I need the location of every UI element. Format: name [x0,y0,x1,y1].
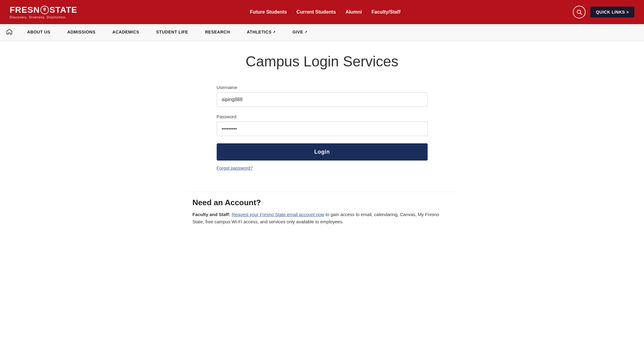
search-icon [576,9,582,15]
external-link-icon: ↗ [273,30,276,34]
logo-text-part2: STATE [49,5,77,15]
secondary-nav-athletics[interactable]: ATHLETICS ↗ [238,24,284,41]
login-button[interactable]: Login [217,143,428,161]
login-form: Username Password Login Forgot password? [217,85,428,171]
nav-current-students[interactable]: Current Students [297,9,336,15]
secondary-nav-student-life[interactable]: STUDENT LIFE [148,24,196,41]
request-email-link[interactable]: Request your Fresno State email account … [232,212,325,217]
logo-tagline: Discovery. Diversity. Distinction. [10,15,67,19]
main-content: Campus Login Services Username Password … [187,41,458,183]
page-title: Campus Login Services [193,53,452,70]
quick-links-button[interactable]: QUICK LINKS > [590,7,634,18]
nav-alumni[interactable]: Alumni [346,9,362,15]
username-label: Username [217,85,428,90]
secondary-nav-admissions[interactable]: ADMISSIONS [59,24,104,41]
password-group: Password [217,114,428,136]
secondary-nav-about-us[interactable]: ABOUT US [19,24,59,41]
top-navigation: Future Students Current Students Alumni … [250,9,401,15]
external-link-icon: ↗ [304,30,307,34]
logo-leaf-icon [40,6,49,14]
search-button[interactable] [573,6,586,18]
header-right: QUICK LINKS > [573,6,634,18]
secondary-nav-research[interactable]: RESEARCH [196,24,238,41]
password-label: Password [217,114,428,119]
forgot-password-link[interactable]: Forgot password? [217,165,428,171]
need-account-heading: Need an Account? [193,198,452,207]
secondary-nav-items: ABOUT US ADMISSIONS ACADEMICS STUDENT LI… [19,24,316,41]
password-input[interactable] [217,122,428,136]
top-header: FRESN STATE Discovery. Diversity. Distin… [0,0,644,24]
logo[interactable]: FRESN STATE [10,5,77,15]
nav-future-students[interactable]: Future Students [250,9,287,15]
nav-faculty-staff[interactable]: Faculty/Staff [372,9,401,15]
secondary-nav-give[interactable]: GIVE ↗ [284,24,316,41]
faculty-staff-label: Faculty and Staff: [193,212,232,217]
secondary-nav-academics[interactable]: ACADEMICS [104,24,148,41]
logo-text-part1: FRESN [10,5,40,15]
username-input[interactable] [217,92,428,107]
need-account-description: Faculty and Staff: Request your Fresno S… [193,211,452,225]
username-group: Username [217,85,428,107]
need-account-section: Need an Account? Faculty and Staff: Requ… [187,192,458,231]
logo-area: FRESN STATE Discovery. Diversity. Distin… [10,5,77,19]
secondary-navigation: ABOUT US ADMISSIONS ACADEMICS STUDENT LI… [0,24,644,41]
home-icon[interactable] [6,28,13,37]
svg-line-2 [580,13,582,15]
